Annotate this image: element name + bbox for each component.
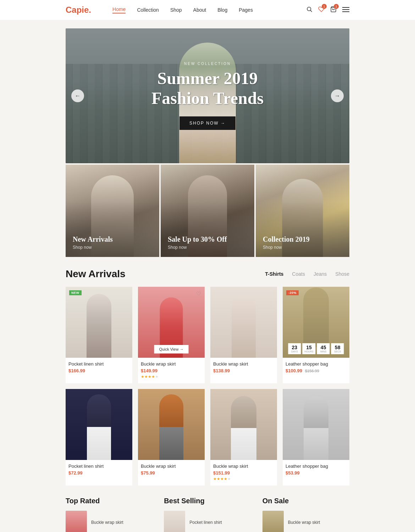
product-image: -20% 23 DAYS 15 HOURS 45 MINS [283, 287, 349, 358]
category-link-3: Shop now [263, 245, 310, 250]
product-card[interactable]: Buckle wrap skirt $151.99 ★★★★★ [210, 389, 277, 486]
hero-shop-button[interactable]: SHOP NOW → [179, 116, 236, 130]
nav-collection[interactable]: Collection [137, 7, 159, 13]
category-new-arrivals[interactable]: New Arrivals Shop now [66, 165, 159, 257]
nav-pages[interactable]: Pages [239, 7, 253, 13]
tab-tshirts[interactable]: T-Shirts [265, 271, 283, 277]
category-text-1: New Arrivals Shop now [73, 235, 113, 250]
cart-badge: 1 [334, 4, 339, 9]
product-card[interactable]: Leather shopper bag $53.99 [283, 389, 349, 486]
price-current: $138.99 [213, 368, 230, 373]
menu-icon[interactable] [342, 6, 349, 14]
product-thumbnail [66, 511, 87, 532]
nav-about[interactable]: About [193, 7, 206, 13]
category-title-3: Collection 2019 [263, 235, 310, 243]
price-current: $53.99 [286, 470, 300, 476]
nav-home[interactable]: Home [112, 6, 126, 13]
cart-icon[interactable]: 1 [330, 6, 337, 14]
product-name: Leather shopper bag [286, 464, 347, 469]
hero-banner: NEW COLLECTION Summer 2019Fashion Trends… [66, 28, 349, 163]
hero-prev-arrow[interactable]: ← [71, 89, 84, 102]
section-title: New Arrivals [66, 268, 126, 280]
price-original: $156.99 [305, 369, 319, 373]
product-image [138, 389, 205, 460]
product-info: Pocket linen shirt $166.99 [66, 358, 132, 378]
bottom-sections: Top Rated Buckle wrap skirt Pocket linen… [66, 497, 349, 532]
product-info: Leather shopper bag $53.99 [283, 460, 349, 480]
product-info: Buckle wrap skirt $149.99 ★★★★★ [138, 358, 205, 383]
product-image: NEW [66, 287, 132, 358]
product-name: Buckle wrap skirt [288, 520, 320, 525]
product-prices: $149.99 [141, 368, 202, 373]
price-current: $100.99 [286, 368, 302, 373]
countdown-hours: 15 HOURS [302, 343, 315, 354]
product-card[interactable]: ♡ Quick View → Buckle wrap skirt $149.99… [138, 287, 205, 383]
logo[interactable]: Capie. [66, 5, 91, 15]
product-prices: $53.99 [286, 470, 347, 476]
top-rated-title: Top Rated [66, 497, 153, 505]
product-thumbnail [262, 511, 284, 532]
logo-text: Capie [66, 5, 89, 15]
product-stars: ★★★★★ [141, 374, 202, 379]
tab-coats[interactable]: Coats [292, 271, 305, 277]
product-info: Buckle wrap skirt $138.99 [210, 358, 277, 378]
product-card[interactable]: Buckle wrap skirt $138.99 [210, 287, 277, 383]
logo-dot: . [89, 5, 91, 15]
product-image [210, 389, 277, 460]
quick-view-button[interactable]: Quick View → [154, 345, 189, 353]
wishlist-badge: 1 [322, 4, 327, 9]
product-card[interactable]: NEW Pocket linen shirt $166.99 [66, 287, 132, 383]
section-header: New Arrivals T-Shirts Coats Jeans Shose [66, 268, 349, 280]
product-info: Buckle wrap skirt $151.99 ★★★★★ [210, 460, 277, 486]
list-item[interactable]: Buckle wrap skirt [66, 511, 153, 532]
list-item[interactable]: Pocket linen shirt [164, 511, 251, 532]
price-current: $75.99 [141, 470, 155, 476]
product-grid-row2: Pocket linen shirt $72.99 Buckle wrap sk… [66, 389, 349, 486]
list-item[interactable]: Buckle wrap skirt [262, 511, 349, 532]
category-sale[interactable]: Sale Up to 30% Off Shop now [161, 165, 254, 257]
wishlist-icon[interactable]: ♡ [196, 290, 201, 297]
product-name: Buckle wrap skirt [141, 361, 202, 367]
wishlist-icon[interactable]: 1 [318, 6, 325, 14]
nav-shop[interactable]: Shop [170, 7, 182, 13]
product-name: Buckle wrap skirt [141, 464, 202, 469]
product-grid-row1: NEW Pocket linen shirt $166.99 ♡ Quick V… [66, 287, 349, 383]
product-name: Buckle wrap skirt [91, 520, 123, 525]
nav-blog[interactable]: Blog [217, 7, 227, 13]
category-collection[interactable]: Collection 2019 Shop now [256, 165, 349, 257]
tab-shoes[interactable]: Shose [335, 271, 349, 277]
countdown-mins: 45 MINS [317, 343, 330, 354]
product-prices: $138.99 [213, 368, 274, 373]
product-card[interactable]: Buckle wrap skirt $75.99 [138, 389, 205, 486]
price-current: $166.99 [68, 368, 85, 373]
hero-subtitle: NEW COLLECTION [151, 62, 264, 66]
price-current: $149.99 [141, 368, 157, 373]
product-badge-new: NEW [69, 290, 82, 295]
category-title-1: New Arrivals [73, 235, 113, 243]
product-info: Leather shopper bag $100.99 $156.99 [283, 358, 349, 378]
category-text-2: Sale Up to 30% Off Shop now [168, 235, 227, 250]
section-tabs: T-Shirts Coats Jeans Shose [265, 271, 349, 277]
product-card[interactable]: -20% 23 DAYS 15 HOURS 45 MINS [283, 287, 349, 383]
search-icon[interactable] [306, 6, 312, 14]
product-info: Buckle wrap skirt $75.99 [138, 460, 205, 480]
product-name: Buckle wrap skirt [213, 361, 274, 367]
product-name: Pocket linen shirt [68, 361, 129, 367]
product-name: Pocket linen shirt [68, 464, 129, 469]
header: Capie. Home Collection Shop About Blog P… [0, 0, 415, 20]
tab-jeans[interactable]: Jeans [314, 271, 327, 277]
product-image [210, 287, 277, 358]
hero-next-arrow[interactable]: → [331, 89, 344, 102]
product-card[interactable]: Pocket linen shirt $72.99 [66, 389, 132, 486]
hero-content: NEW COLLECTION Summer 2019Fashion Trends… [151, 62, 264, 130]
countdown-timer: 23 DAYS 15 HOURS 45 MINS 58 SECS [288, 343, 344, 354]
countdown-secs: 58 SECS [331, 343, 344, 354]
product-name: Buckle wrap skirt [213, 464, 274, 469]
product-info: Pocket linen shirt $72.99 [66, 460, 132, 480]
main-nav: Home Collection Shop About Blog Pages [112, 6, 306, 13]
header-icons: 1 1 [306, 6, 349, 14]
svg-line-1 [310, 10, 312, 12]
hero-title: Summer 2019Fashion Trends [151, 68, 264, 108]
on-sale-section: On Sale Buckle wrap skirt Leather shoppe… [262, 497, 349, 532]
best-selling-title: Best Selling [164, 497, 251, 505]
